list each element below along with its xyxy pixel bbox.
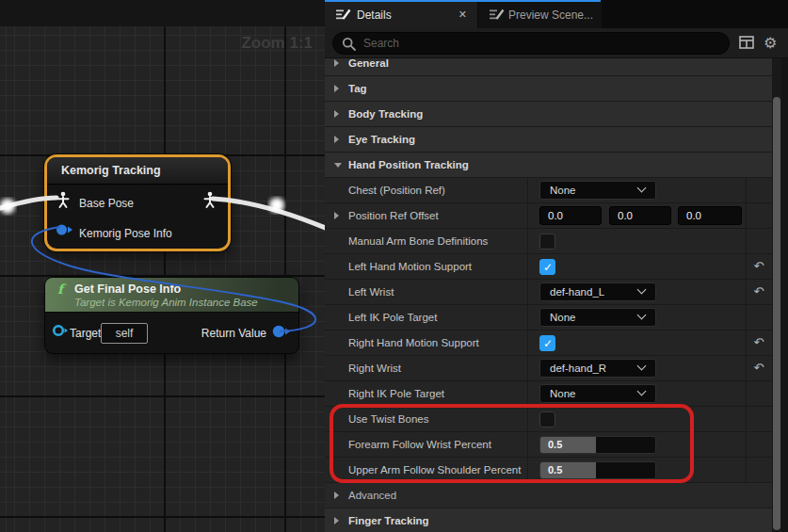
return-value-output-pin[interactable] <box>272 325 291 342</box>
preview-scene-tab-icon <box>489 8 505 22</box>
gear-icon[interactable]: ⚙ <box>764 36 782 51</box>
chevron-down-icon <box>334 163 342 168</box>
left-ik-pole-target-dropdown[interactable]: None <box>539 308 656 327</box>
chevron-right-icon <box>334 85 339 92</box>
left-hand-motion-support-checkbox[interactable] <box>539 259 555 275</box>
target-self-field[interactable]: self <box>101 323 148 344</box>
zoom-level-indicator: Zoom 1:1 <box>217 34 313 53</box>
category-tag[interactable]: Tag <box>325 76 772 102</box>
kemorig-tracking-node[interactable]: Kemorig Tracking Base Pose <box>44 154 231 251</box>
reset-to-default-button[interactable]: ↶ <box>746 280 772 304</box>
reset-to-default-button[interactable]: ↶ <box>746 356 772 380</box>
tab-bar: Details ✕ Preview Scene... <box>325 0 788 28</box>
left-wrist-dropdown[interactable]: def-hand_L <box>539 282 656 301</box>
column-divider <box>527 178 528 202</box>
wire-flow-glow <box>0 199 15 214</box>
scrollbar-track[interactable] <box>772 58 781 532</box>
base-pose-pin-label: Base Pose <box>79 197 134 210</box>
node-title: Kemorig Tracking <box>61 164 161 177</box>
property-label: Chest (Position Ref) <box>348 178 445 202</box>
search-input[interactable] <box>362 34 719 53</box>
property-left-ik-pole-target: Left IK Pole TargetNone <box>325 305 772 330</box>
column-divider <box>746 458 747 482</box>
manual-arm-bone-definitions-checkbox[interactable] <box>539 234 555 250</box>
pose-output-pin[interactable] <box>202 191 217 213</box>
details-panel: Details ✕ Preview Scene... <box>325 0 788 532</box>
target-input-pin[interactable] <box>52 324 69 341</box>
slider-value: 0.5 <box>548 437 562 453</box>
base-pose-input-pin[interactable] <box>56 191 71 213</box>
dropdown-value: def-hand_L <box>550 283 604 300</box>
category-hand-position-tracking[interactable]: Hand Position Tracking <box>325 153 772 178</box>
upper-arm-follow-shoulder-percent-slider[interactable]: 0.5 <box>539 461 656 479</box>
person-pose-icon <box>56 191 71 209</box>
dropdown-value: None <box>550 309 576 326</box>
close-tab-icon[interactable]: ✕ <box>458 8 467 21</box>
tab-label: Details <box>357 8 392 22</box>
wire-flow-glow <box>269 198 284 213</box>
column-divider <box>527 356 528 380</box>
return-value-label: Return Value <box>201 327 266 340</box>
node-header[interactable]: Kemorig Tracking <box>47 157 228 185</box>
get-final-pose-info-node[interactable]: f Get Final Pose Info Target is Kemorig … <box>45 278 298 353</box>
column-divider <box>746 407 747 431</box>
node-header[interactable]: f Get Final Pose Info Target is Kemorig … <box>45 278 298 313</box>
property-left-hand-motion-support: Left Hand Motion Support↶ <box>325 254 772 280</box>
scrollbar-thumb[interactable] <box>773 97 780 530</box>
target-pin-label: Target <box>70 327 101 340</box>
active-tab-accent <box>325 0 601 2</box>
kemorig-pose-info-input-pin[interactable] <box>56 223 73 240</box>
right-hand-motion-support-checkbox[interactable] <box>539 335 555 351</box>
category-eye-tracking[interactable]: Eye Tracking <box>325 127 772 153</box>
slider-value: 0.5 <box>548 462 562 478</box>
column-view-icon[interactable] <box>739 36 754 49</box>
property-left-wrist: Left Wristdef-hand_L↶ <box>325 280 772 305</box>
right-ik-pole-target-dropdown[interactable]: None <box>539 384 656 403</box>
column-divider <box>527 458 528 482</box>
position-ref-offset-field-0[interactable]: 0.0 <box>539 206 602 225</box>
category-label: Body Tracking <box>348 102 423 126</box>
search-box[interactable] <box>332 32 730 55</box>
chevron-right-icon[interactable] <box>334 212 339 219</box>
property-label: Right IK Pole Target <box>348 381 444 406</box>
details-tab-icon <box>335 8 351 22</box>
use-twist-bones-checkbox[interactable] <box>539 411 555 427</box>
chevron-down-icon <box>637 311 647 320</box>
property-label: Manual Arm Bone Definitions <box>348 229 488 253</box>
category-advanced[interactable]: Advanced <box>325 483 772 508</box>
chevron-right-icon <box>334 517 339 524</box>
property-forearm-follow-wrist-percent: Forearm Follow Wrist Percent0.5 <box>325 432 772 458</box>
column-divider <box>527 203 528 228</box>
property-position-ref-offset: Position Ref Offset0.00.00.0 <box>325 203 772 229</box>
chevron-down-icon <box>637 285 647 295</box>
category-general[interactable]: General <box>325 58 772 76</box>
property-label: Right Wrist <box>348 356 401 380</box>
reset-to-default-button[interactable]: ↶ <box>746 330 772 355</box>
property-right-hand-motion-support: Right Hand Motion Support↶ <box>325 330 772 356</box>
chest-position-ref-dropdown[interactable]: None <box>539 181 656 200</box>
pose-info-pin-label: Kemorig Pose Info <box>79 227 172 240</box>
dropdown-value: None <box>550 182 576 199</box>
chevron-right-icon <box>334 59 339 67</box>
right-wrist-dropdown[interactable]: def-hand_R <box>539 359 656 378</box>
forearm-follow-wrist-percent-slider[interactable]: 0.5 <box>539 436 656 454</box>
property-chest-position-ref: Chest (Position Ref)None <box>325 178 772 203</box>
category-label: Eye Tracking <box>348 127 415 152</box>
category-label: Advanced <box>348 483 396 508</box>
category-label: Tag <box>348 76 367 101</box>
position-ref-offset-field-2[interactable]: 0.0 <box>678 206 742 225</box>
column-divider <box>527 280 528 304</box>
blueprint-graph-canvas[interactable]: Zoom 1:1 Kemorig Tracking Base Pose <box>0 0 325 532</box>
tab-preview-scene[interactable]: Preview Scene... <box>478 2 602 28</box>
reset-to-default-button[interactable]: ↶ <box>746 254 772 279</box>
property-right-wrist: Right Wristdef-hand_R↶ <box>325 356 772 381</box>
property-label: Left IK Pole Target <box>348 305 437 330</box>
category-label: Hand Position Tracking <box>348 153 469 177</box>
tab-details[interactable]: Details ✕ <box>325 2 477 28</box>
chevron-right-icon <box>334 492 339 499</box>
category-finger-tracking[interactable]: Finger Tracking <box>325 508 772 532</box>
chevron-down-icon <box>637 387 647 396</box>
category-body-tracking[interactable]: Body Tracking <box>325 102 772 127</box>
position-ref-offset-field-1[interactable]: 0.0 <box>609 206 671 225</box>
property-use-twist-bones: Use Twist Bones <box>325 407 772 432</box>
